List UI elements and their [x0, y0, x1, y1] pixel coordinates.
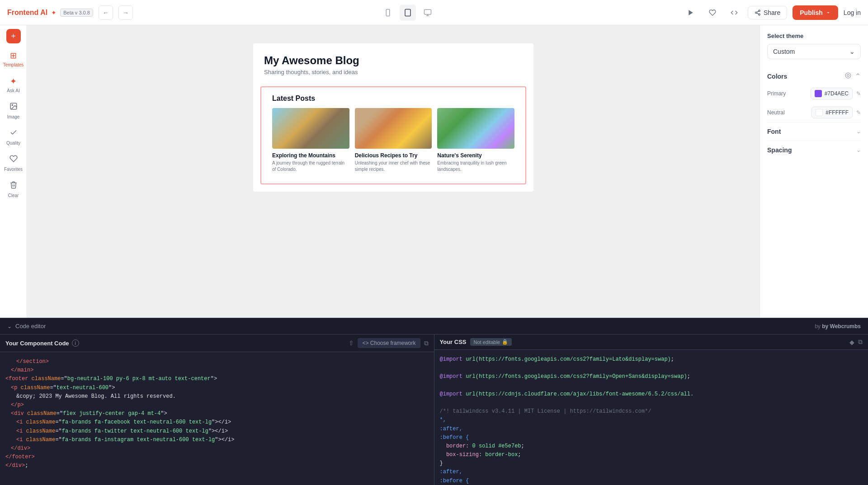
- clear-icon: [9, 181, 18, 191]
- code-line: </p>: [5, 401, 429, 410]
- code-editor-header: ⌄ Code editor by by Webcrumbs: [0, 318, 868, 334]
- templates-icon: ⊞: [10, 51, 17, 61]
- sidebar-item-quality[interactable]: Quality: [2, 125, 25, 149]
- copy-css-button[interactable]: ⧉: [858, 338, 863, 346]
- primary-color-row: Primary #7D4AEC ✎: [767, 84, 861, 103]
- not-editable-badge: Not editable 🔒: [470, 338, 512, 346]
- quality-icon: [9, 128, 18, 139]
- sidebar-item-favorites[interactable]: Favorites: [2, 151, 25, 175]
- post-image-food: [355, 108, 432, 149]
- copy-code-button[interactable]: ⧉: [424, 339, 429, 347]
- sidebar-item-templates[interactable]: ⊞ Templates: [2, 47, 25, 71]
- post-title: Exploring the Mountains: [272, 152, 349, 159]
- primary-color-edit-icon[interactable]: ✎: [856, 90, 861, 97]
- svg-point-9: [755, 12, 757, 14]
- choose-framework-button[interactable]: <> Choose framework: [358, 338, 420, 348]
- favorites-icon: [9, 155, 18, 165]
- svg-point-14: [12, 104, 13, 105]
- theme-select[interactable]: Custom ⌄: [767, 44, 861, 59]
- brand-star-icon: ✦: [51, 9, 57, 16]
- code-line: &copy; 2023 My Awesome Blog. All rights …: [5, 392, 429, 401]
- beta-badge: Beta v 3.0.8: [60, 9, 93, 17]
- select-theme-label: Select theme: [767, 33, 861, 39]
- palette-icon[interactable]: [845, 72, 851, 80]
- font-section[interactable]: Font ⌄: [767, 122, 861, 141]
- post-description: A journey through the rugged terrain of …: [272, 160, 349, 173]
- colors-actions: ⌃: [845, 72, 861, 80]
- sidebar-item-label: Image: [7, 114, 20, 119]
- component-code-title: Your Component Code: [5, 340, 69, 347]
- framework-label: <> Choose framework: [362, 340, 415, 346]
- collapse-colors-icon[interactable]: ⌃: [855, 72, 861, 80]
- css-line: @import url(https://cdnjs.cloudflare.com…: [440, 390, 863, 399]
- code-line: <div className="flex justify-center gap-…: [5, 410, 429, 418]
- undo-button[interactable]: ←: [99, 5, 113, 20]
- tablet-device-button[interactable]: [400, 5, 416, 21]
- blog-subtitle: Sharing thoughts, stories, and ideas: [264, 69, 523, 75]
- sidebar-item-image[interactable]: Image: [2, 99, 25, 123]
- code-line: <p className="text-neutral-600">: [5, 384, 429, 392]
- mobile-device-button[interactable]: [380, 5, 396, 21]
- code-line: </div>: [5, 444, 429, 453]
- css-line: [440, 399, 863, 407]
- css-line: [440, 381, 863, 390]
- post-title: Delicious Recipes to Try: [355, 152, 432, 159]
- code-line: <i className="fa-brands fa-facebook text…: [5, 418, 429, 427]
- primary-color-swatch-wrapper[interactable]: #7D4AEC: [811, 88, 853, 99]
- code-line: </section>: [5, 358, 429, 366]
- posts-grid: Exploring the Mountains A journey throug…: [272, 108, 514, 173]
- favorites-button[interactable]: [704, 5, 721, 21]
- css-left-button[interactable]: ◆: [849, 339, 854, 346]
- css-line: :before {: [440, 433, 863, 442]
- code-editor-title: Code editor: [15, 323, 46, 330]
- share-button[interactable]: Share: [748, 6, 787, 19]
- image-icon: [9, 102, 18, 113]
- info-icon[interactable]: i: [72, 339, 79, 347]
- right-sidebar: Select theme Custom ⌄ Colors ⌃ Primary #…: [760, 25, 868, 318]
- code-editor-toggle[interactable]: ⌄ Code editor: [7, 323, 46, 330]
- css-line: *,: [440, 416, 863, 424]
- sidebar-item-clear[interactable]: Clear: [2, 177, 25, 202]
- colors-section-header: Colors ⌃: [767, 68, 861, 84]
- svg-point-10: [759, 14, 760, 15]
- css-code-title: Your CSS: [440, 339, 467, 345]
- code-button[interactable]: [726, 5, 742, 21]
- spacing-section[interactable]: Spacing ⌄: [767, 141, 861, 159]
- code-line: <i className="fa-brands fa-instagram tex…: [5, 436, 429, 444]
- css-line: box-sizing: border-box;: [440, 451, 863, 459]
- post-image-nature: [437, 108, 514, 149]
- login-button[interactable]: Log in: [844, 9, 861, 16]
- play-button[interactable]: [683, 5, 699, 21]
- post-card-food: Delicious Recipes to Try Unleashing your…: [355, 108, 432, 173]
- neutral-color-hex: #FFFFFF: [826, 109, 849, 116]
- font-label: Font: [767, 128, 781, 135]
- code-panels: Your Component Code i ⇧ <> Choose framew…: [0, 334, 868, 485]
- post-title: Nature's Serenity: [437, 152, 514, 159]
- css-line: /*! tailwindcss v3.4.11 | MIT License | …: [440, 407, 863, 416]
- sidebar-item-ask-ai[interactable]: ✦ Ask AI: [2, 73, 25, 97]
- add-templates-button[interactable]: +: [6, 29, 21, 43]
- desktop-device-button[interactable]: [420, 5, 436, 21]
- publish-button[interactable]: Publish: [793, 5, 838, 20]
- svg-point-8: [759, 10, 760, 12]
- primary-color-swatch: [815, 90, 822, 97]
- redo-button[interactable]: →: [118, 5, 133, 20]
- neutral-color-swatch: [816, 109, 823, 116]
- primary-color-hex: #7D4AEC: [825, 90, 849, 97]
- webcrumbs-credit: by by Webcrumbs: [815, 323, 861, 330]
- font-chevron-icon: ⌄: [856, 128, 861, 135]
- code-line: </div>;: [5, 461, 429, 470]
- svg-marker-7: [689, 10, 693, 15]
- code-line: </footer>: [5, 453, 429, 461]
- code-line: </main>: [5, 366, 429, 375]
- chevron-down-icon: ⌄: [7, 323, 12, 330]
- neutral-color-swatch-wrapper[interactable]: #FFFFFF: [811, 107, 853, 118]
- css-line: @import url(https://fonts.googleapis.com…: [440, 355, 863, 364]
- upload-code-button[interactable]: ⇧: [349, 339, 354, 347]
- sidebar-item-label: Ask AI: [7, 88, 19, 93]
- neutral-color-edit-icon[interactable]: ✎: [856, 109, 861, 116]
- css-line: :after,: [440, 468, 863, 476]
- css-line: [440, 364, 863, 372]
- post-description: Embracing tranquility in lush green land…: [437, 160, 514, 173]
- main-area: + ⊞ Templates ✦ Ask AI Image Quality Fav…: [0, 25, 868, 318]
